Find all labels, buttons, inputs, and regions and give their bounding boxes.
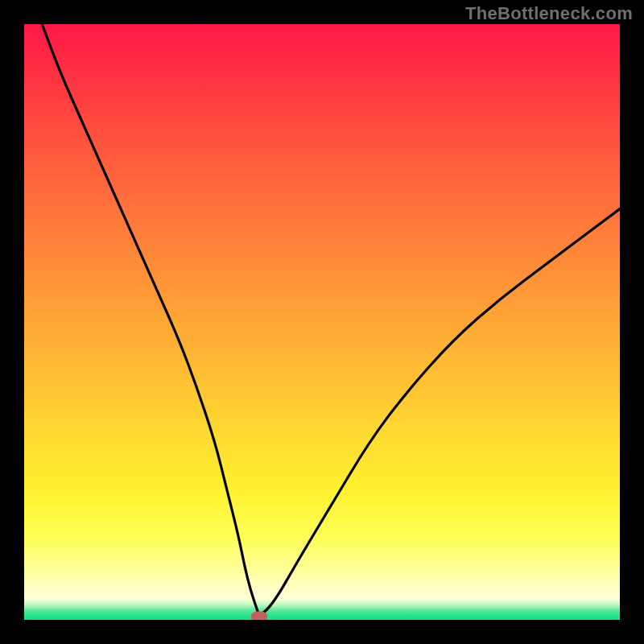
bottleneck-curve xyxy=(24,24,620,620)
plot-area xyxy=(24,24,620,620)
watermark-text: TheBottleneck.com xyxy=(465,3,633,24)
optimum-marker xyxy=(251,612,267,620)
chart-frame: TheBottleneck.com xyxy=(0,0,644,644)
